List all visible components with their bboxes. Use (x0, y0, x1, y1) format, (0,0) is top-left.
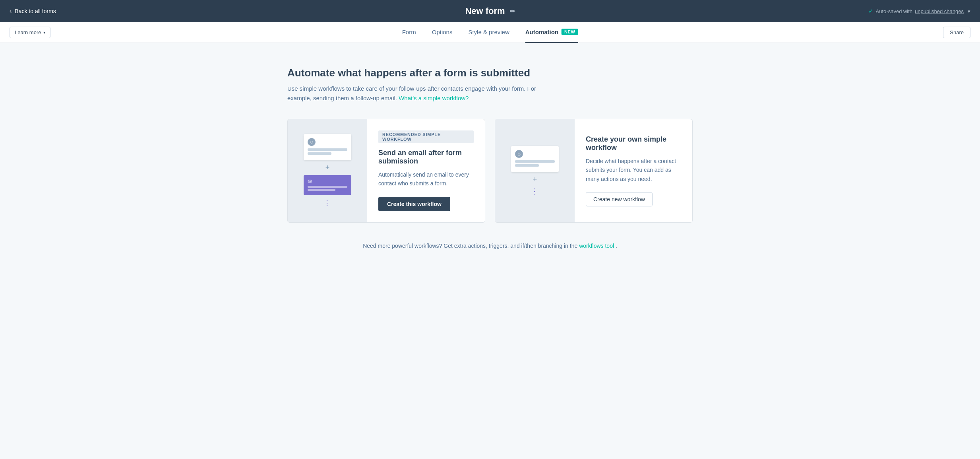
checkmark-icon: ✓ (868, 8, 873, 15)
tab-automation[interactable]: Automation NEW (525, 22, 578, 43)
caret-down-icon: ▾ (43, 30, 45, 35)
progress-dots-icon-2: ⋮ (531, 187, 539, 196)
tab-form[interactable]: Form (402, 22, 416, 43)
person-icon: ☺ (308, 138, 316, 146)
page-title-area: New form ✏ (465, 6, 515, 16)
custom-workflow-card: ☺ + ⋮ Create your own simple workflow De… (495, 119, 693, 223)
tabs-center-area: Form Options Style & preview Automation … (402, 22, 578, 43)
what-is-simple-workflow-link[interactable]: What's a simple workflow? (399, 95, 469, 101)
form-title: New form (465, 6, 505, 16)
learn-more-label: Learn more (15, 29, 41, 35)
footer-note: Need more powerful workflows? Get extra … (287, 243, 693, 249)
custom-card-title: Create your own simple workflow (586, 135, 681, 152)
create-new-workflow-button[interactable]: Create new workflow (586, 192, 653, 206)
share-label: Share (950, 29, 964, 35)
progress-dots-icon: ⋮ (323, 198, 331, 207)
back-label: Back to all forms (15, 8, 56, 14)
plus-connector-icon-2: + (533, 175, 537, 184)
form-mockup: ☺ (304, 134, 351, 160)
autosave-prefix: Auto-saved with (876, 8, 913, 14)
edit-title-icon[interactable]: ✏ (510, 8, 515, 15)
top-navigation: ‹ Back to all forms New form ✏ ✓ Auto-sa… (0, 0, 980, 22)
recommended-badge: RECOMMENDED SIMPLE WORKFLOW (378, 130, 474, 143)
illus-small-line-1 (515, 160, 555, 163)
learn-more-button[interactable]: Learn more ▾ (10, 27, 50, 38)
tabs-left-area: Learn more ▾ (10, 27, 50, 38)
recommended-workflow-card: ☺ + ✉ ⋮ RECOMMENDED SIMPLE WORKFLOW Send… (287, 119, 485, 223)
email-line-2 (308, 189, 335, 191)
tabs-navigation-bar: Learn more ▾ Form Options Style & previe… (0, 22, 980, 43)
recommended-card-illustration: ☺ + ✉ ⋮ (288, 119, 367, 222)
recommended-card-body: RECOMMENDED SIMPLE WORKFLOW Send an emai… (367, 119, 485, 222)
footer-period: . (616, 243, 617, 249)
tab-style-preview[interactable]: Style & preview (468, 22, 509, 43)
back-to-forms-link[interactable]: ‹ Back to all forms (10, 8, 56, 15)
chevron-left-icon: ‹ (10, 8, 12, 15)
custom-card-body: Create your own simple workflow Decide w… (575, 119, 692, 222)
illus-small-line-2 (515, 164, 539, 167)
footer-text: Need more powerful workflows? Get extra … (363, 243, 579, 249)
plus-connector-icon: + (325, 163, 330, 172)
main-content-area: Automate what happens after a form is su… (271, 43, 709, 265)
create-this-workflow-button[interactable]: Create this workflow (378, 197, 450, 211)
page-subtext: Use simple workflows to take care of you… (287, 84, 558, 103)
tab-options[interactable]: Options (432, 22, 453, 43)
custom-card-illustration: ☺ + ⋮ (495, 119, 575, 222)
unpublished-changes-link[interactable]: unpublished changes (915, 8, 964, 14)
share-button[interactable]: Share (943, 27, 970, 38)
recommended-card-title: Send an email after form submission (378, 149, 474, 165)
autosave-dropdown-icon[interactable]: ▾ (968, 8, 970, 14)
person-icon-2: ☺ (515, 150, 523, 158)
workflow-cards-container: ☺ + ✉ ⋮ RECOMMENDED SIMPLE WORKFLOW Send… (287, 119, 693, 223)
automation-tab-label: Automation (525, 29, 558, 35)
illus-line-2 (308, 152, 331, 155)
email-mockup: ✉ (304, 175, 351, 195)
page-heading: Automate what happens after a form is su… (287, 67, 693, 79)
autosave-status: ✓ Auto-saved with unpublished changes ▾ (868, 8, 970, 15)
illus-line-1 (308, 148, 347, 151)
custom-card-desc: Decide what happens after a contact subm… (586, 157, 681, 183)
workflows-tool-link[interactable]: workflows tool (579, 243, 614, 249)
form-mockup-small: ☺ (511, 146, 559, 172)
recommended-card-desc: Automatically send an email to every con… (378, 170, 474, 188)
email-line-1 (308, 186, 347, 188)
new-badge: NEW (562, 29, 578, 35)
envelope-icon: ✉ (308, 178, 347, 184)
